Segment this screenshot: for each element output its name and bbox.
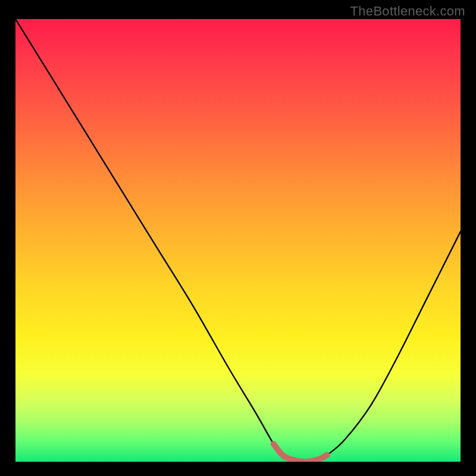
bottleneck-curve <box>15 19 461 462</box>
chart-frame: TheBottleneck.com <box>0 0 476 476</box>
watermark-text: TheBottleneck.com <box>350 4 465 19</box>
plot-area <box>15 19 461 462</box>
bottleneck-curve-tip <box>274 444 327 462</box>
curve-svg <box>15 19 461 462</box>
